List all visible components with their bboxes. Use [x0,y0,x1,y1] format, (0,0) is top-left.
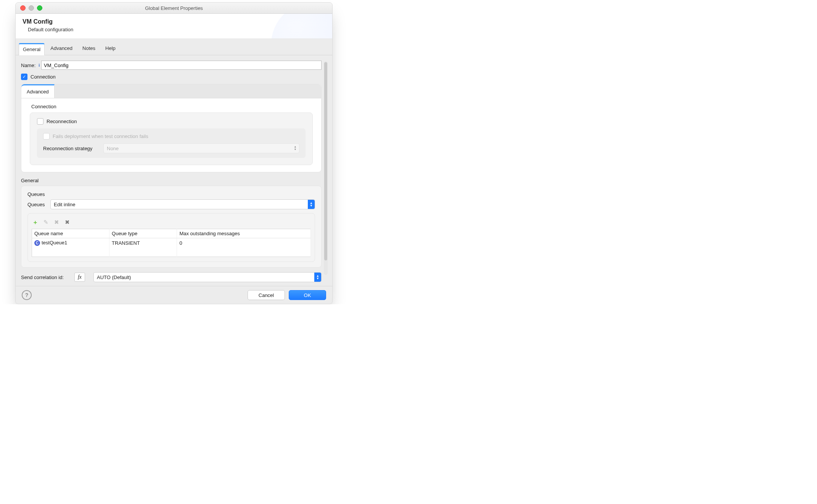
reconnection-checkbox[interactable] [37,118,43,125]
queues-field-label: Queues [27,202,47,207]
name-input[interactable] [41,61,322,70]
tools-icon[interactable]: ✖ [64,219,71,226]
chevron-up-down-icon: ▲▼ [314,273,321,282]
fails-deploy-label: Fails deployment when test connection fa… [53,133,148,139]
dialog-footer: ? Cancel OK [16,286,332,304]
reconnection-strategy-label: Reconnection strategy [43,146,100,151]
fails-deploy-checkbox [43,133,50,140]
col-queue-type[interactable]: Queue type [109,229,177,238]
queues-mode-value: Edit inline [54,202,75,207]
titlebar: Global Element Properties [16,3,332,14]
tab-help[interactable]: Help [101,43,120,55]
connection-panel: Advanced Connection Reconnection Fails d… [21,84,322,172]
cell-queue-type: TRANSIENT [109,238,177,248]
cell-queue-name: testQueue1 [42,240,67,246]
stepper-icon: ▲▼ [293,145,298,151]
queue-icon: C [34,240,40,246]
dialog-header: VM Config Default configuration [16,14,332,39]
info-icon: i [39,63,40,67]
reconnection-strategy-value: None [107,146,119,151]
delete-icon: ✖ [53,219,60,226]
edit-icon: ✎ [42,219,49,226]
tab-advanced[interactable]: Advanced [46,43,77,55]
general-section-label: General [21,178,322,183]
ok-button[interactable]: OK [289,290,326,300]
chevron-up-down-icon: ▲▼ [308,200,315,209]
tab-notes[interactable]: Notes [78,43,100,55]
connection-tab-advanced[interactable]: Advanced [21,84,55,98]
window-title: Global Element Properties [16,5,332,11]
dialog-body: Name: i ✓ Connection Advanced Connection… [21,61,322,282]
queues-mode-select[interactable]: Edit inline ▲▼ [50,199,315,209]
reconnection-label: Reconnection [47,119,77,124]
connection-section-label: Connection [31,104,321,109]
scrollbar[interactable] [324,61,328,275]
queue-toolbar: ＋ ✎ ✖ ✖ [32,219,311,226]
connection-label: Connection [31,74,56,80]
fx-button[interactable]: fx [74,273,85,282]
tab-general[interactable]: General [19,43,45,55]
send-correlation-label: Send correlation id: [21,274,71,280]
table-row[interactable]: CtestQueue1 TRANSIENT 0 [32,238,311,248]
help-icon[interactable]: ? [22,290,32,300]
cell-max-msgs: 0 [177,238,311,248]
queues-heading: Queues [27,191,315,197]
reconnection-panel: Reconnection Fails deployment when test … [30,112,313,165]
send-correlation-value: AUTO (Default) [97,274,131,280]
connection-checkbox[interactable]: ✓ [21,74,27,80]
name-label: Name: [21,63,35,68]
cancel-button[interactable]: Cancel [248,290,285,300]
dialog-window: Global Element Properties VM Config Defa… [15,2,333,304]
add-icon[interactable]: ＋ [32,219,39,226]
header-decoration [271,14,332,39]
scrollbar-thumb[interactable] [324,62,327,260]
reconnection-strategy-select: None ▲▼ [103,143,299,153]
send-correlation-select[interactable]: AUTO (Default) ▲▼ [93,272,322,282]
queues-table[interactable]: Queue name Queue type Max outstanding me… [32,229,311,257]
col-queue-name[interactable]: Queue name [32,229,109,238]
main-tabbar: General Advanced Notes Help [16,39,332,55]
col-max-msgs[interactable]: Max outstanding messages [177,229,311,238]
queues-panel: Queues Queues Edit inline ▲▼ ＋ ✎ ✖ ✖ [21,186,322,268]
